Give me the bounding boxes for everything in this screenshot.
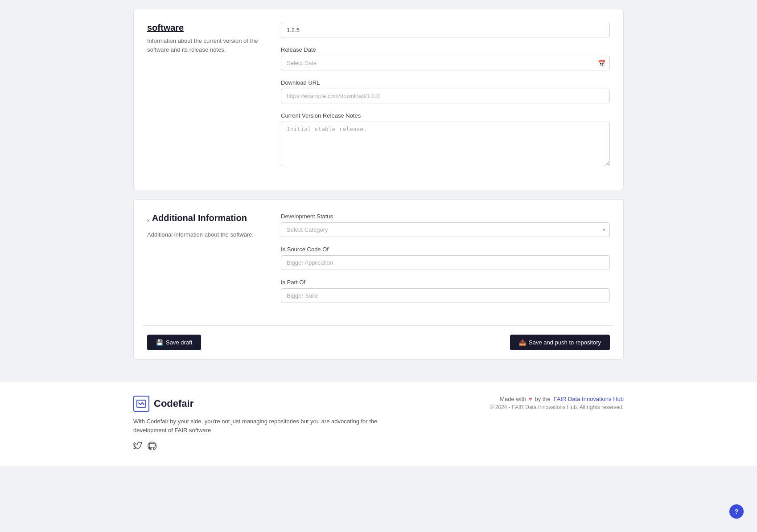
version-value: 1.2.5 xyxy=(281,23,610,37)
action-bar: 💾 Save draft 📤 Save and push to reposito… xyxy=(134,326,623,359)
source-code-of-input[interactable] xyxy=(281,255,610,270)
additional-fields: Development Status Select Category Activ… xyxy=(281,213,610,312)
source-code-of-label: Is Source Code Of xyxy=(281,246,610,253)
is-part-of-label: Is Part Of xyxy=(281,279,610,286)
footer-left: Codefair With Codefair by your side, you… xyxy=(133,396,401,453)
save-push-label: Save and push to repository xyxy=(529,339,601,346)
date-input-wrapper: 📅 xyxy=(281,56,610,70)
save-draft-label: Save draft xyxy=(166,339,192,346)
codefair-logo xyxy=(133,396,149,412)
footer: Codefair With Codefair by your side, you… xyxy=(0,382,757,466)
dev-status-select[interactable]: Select Category Active Inactive Stable B… xyxy=(281,222,610,237)
section-heading: software xyxy=(147,23,263,33)
save-draft-button[interactable]: 💾 Save draft xyxy=(147,335,201,350)
download-url-input[interactable] xyxy=(281,89,610,103)
footer-copyright: © 2024 - FAIR Data Innovations Hub. All … xyxy=(490,404,624,410)
footer-right: Made with ♥ by the FAIR Data Innovations… xyxy=(490,396,624,410)
section-toggle[interactable]: › Additional Information xyxy=(147,213,263,227)
release-date-group: Release Date 📅 xyxy=(281,46,610,70)
additional-heading: Additional Information xyxy=(152,213,247,223)
footer-made-with: Made with ♥ by the FAIR Data Innovations… xyxy=(490,396,624,402)
release-notes-label: Current Version Release Notes xyxy=(281,112,610,119)
github-icon[interactable] xyxy=(148,442,156,453)
heart-icon: ♥ xyxy=(529,396,532,402)
is-part-of-input[interactable] xyxy=(281,288,610,303)
release-notes-group: Current Version Release Notes xyxy=(281,112,610,168)
save-draft-icon: 💾 xyxy=(156,339,163,346)
download-url-label: Download URL xyxy=(281,79,610,86)
svg-line-3 xyxy=(142,403,144,405)
chevron-right-icon: › xyxy=(147,217,149,224)
twitter-icon[interactable] xyxy=(133,442,142,453)
additional-desc-text: Additional information about the softwar… xyxy=(147,230,263,239)
release-date-input[interactable] xyxy=(281,56,610,70)
software-section: software Information about the current v… xyxy=(133,9,624,190)
additional-section: › Additional Information Additional info… xyxy=(133,199,624,360)
made-with-suffix: by the xyxy=(535,396,550,402)
made-with-prefix: Made with xyxy=(500,396,526,402)
push-icon: 📤 xyxy=(519,339,526,346)
software-fields: 1.2.5 Release Date 📅 Download URL xyxy=(281,23,610,176)
dev-status-group: Development Status Select Category Activ… xyxy=(281,213,610,237)
footer-brand: Codefair xyxy=(133,396,401,412)
footer-brand-name: Codefair xyxy=(154,398,193,409)
section-desc-text: Information about the current version of… xyxy=(147,37,263,54)
version-group: 1.2.5 xyxy=(281,23,610,37)
save-push-button[interactable]: 📤 Save and push to repository xyxy=(510,335,610,350)
is-part-of-group: Is Part Of xyxy=(281,279,610,303)
release-date-label: Release Date xyxy=(281,46,610,53)
dev-status-label: Development Status xyxy=(281,213,610,220)
footer-social xyxy=(133,442,401,453)
fair-hub-link[interactable]: FAIR Data Innovations Hub xyxy=(553,396,624,402)
download-url-group: Download URL xyxy=(281,79,610,103)
source-code-of-group: Is Source Code Of xyxy=(281,246,610,270)
dev-status-select-wrapper: Select Category Active Inactive Stable B… xyxy=(281,222,610,237)
release-notes-textarea[interactable] xyxy=(281,122,610,166)
additional-desc: › Additional Information Additional info… xyxy=(147,213,263,312)
footer-inner: Codefair With Codefair by your side, you… xyxy=(133,396,624,453)
section-description: software Information about the current v… xyxy=(147,23,263,176)
footer-tagline: With Codefair by your side, you're not j… xyxy=(133,417,401,434)
